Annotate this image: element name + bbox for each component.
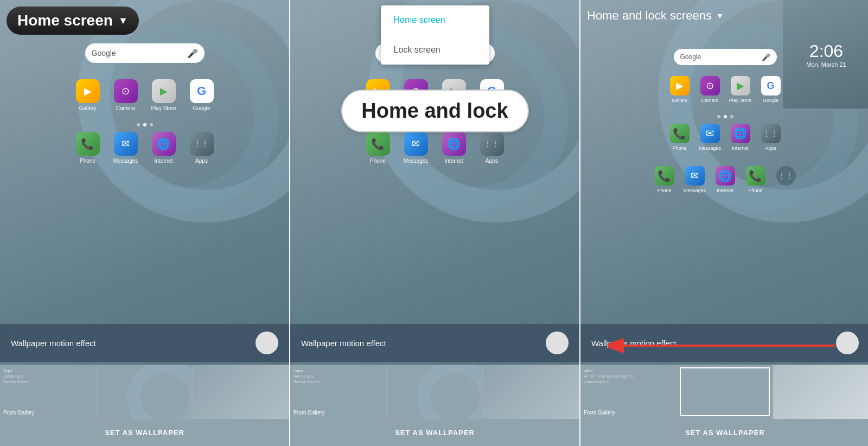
apps-icon-2[interactable]: Apps (478, 132, 506, 164)
phone-app-icon-3[interactable]: Phone (668, 124, 691, 151)
search-bar-3[interactable]: Google 🎤 (674, 49, 777, 65)
search-text-3: Google (680, 53, 701, 61)
dropdown-menu[interactable]: Home screen Lock screen (381, 5, 489, 65)
lock-time: 2:06 (809, 41, 843, 61)
panel3-title-btn[interactable]: Home and lock screens ▼ (587, 9, 724, 23)
gallery-strip-3: wMe Hi! I'm not at my desk right n... so… (580, 365, 868, 419)
app-row-6: Phone Messages Internet Apps (668, 124, 782, 151)
set-wallpaper-btn-1[interactable]: SET AS WALLPAPER (0, 419, 289, 446)
apps-icon-3[interactable]: Apps (760, 124, 782, 151)
dot-active-3 (724, 115, 727, 118)
playstore-icon-3[interactable]: Play Store (729, 76, 752, 103)
internet-dock-icon[interactable]: Internet (714, 166, 737, 193)
home-and-lock-label: Home and lock (341, 90, 528, 132)
panel3-title-text: Home and lock screens (587, 9, 712, 23)
gallery-thumb-2a[interactable]: Type Set the type Browse themes From Gal… (290, 365, 387, 419)
gallery-thumb-a[interactable]: Type Set the type Browse themes From Gal… (0, 365, 97, 419)
dot (137, 123, 140, 126)
app-row-4: Phone Messages Internet Apps (365, 132, 506, 164)
page-dots-1 (137, 123, 153, 126)
dot (730, 115, 733, 118)
set-wallpaper-btn-2[interactable]: SET AS WALLPAPER (290, 419, 579, 446)
dot (717, 115, 720, 118)
search-text-1: Google (92, 49, 116, 58)
phone-app-icon-2[interactable]: Phone (365, 132, 392, 164)
wm-label-1: Wallpaper motion effect (11, 339, 96, 348)
gallery-thumb-3a[interactable]: wMe Hi! I'm not at my desk right n... so… (580, 365, 677, 419)
gallery-thumb-3b[interactable] (677, 365, 774, 419)
panel-2: Home screen Lock screen Home and lock Go… (290, 0, 579, 446)
from-gallery-1: From Gallery (3, 410, 35, 416)
red-arrow-container (608, 335, 859, 356)
apps-dock-icon[interactable]: 📞 Phone (744, 166, 767, 193)
dropdown-lock-screen[interactable]: Lock screen (381, 35, 489, 65)
white-selection-rect (680, 367, 770, 416)
internet-icon[interactable]: Internet (150, 132, 177, 164)
panel-1: Home screen ▼ Google 🎤 Gallery (0, 0, 289, 446)
gallery-icon-3[interactable]: Gallery (668, 76, 691, 103)
internet-icon-2[interactable]: Internet (441, 132, 468, 164)
dot (150, 123, 153, 126)
wm-row-1: Wallpaper motion effect (0, 324, 289, 362)
panel3-title-arrow: ▼ (716, 11, 724, 20)
gallery-thumb-b[interactable] (97, 365, 193, 419)
set-wallpaper-btn-3[interactable]: SET AS WALLPAPER (580, 419, 868, 446)
from-gallery-3: From Gallery (584, 410, 615, 416)
gallery-icon[interactable]: Gallery (74, 79, 101, 111)
page-dots-3 (717, 115, 733, 118)
google-icon-3[interactable]: G Google (760, 76, 782, 103)
camera-icon-3[interactable]: Camera (699, 76, 722, 103)
gallery-thumb-2b[interactable] (387, 365, 483, 419)
search-bar-1[interactable]: Google 🎤 (85, 43, 205, 63)
wm-toggle-2[interactable] (546, 332, 569, 354)
from-gallery-2: From Gallery (293, 410, 325, 416)
home-screen-dropdown-btn[interactable]: Home screen ▼ (7, 7, 139, 35)
messages-icon-2[interactable]: Messages (403, 132, 430, 164)
app-row-5: Gallery Camera Play Store G Google (668, 76, 782, 103)
messages-icon-3[interactable]: Messages (699, 124, 722, 151)
gallery-strip-2: Type Set the type Browse themes From Gal… (290, 365, 579, 419)
google-icon[interactable]: G Google (188, 79, 215, 111)
mic-icon-3: 🎤 (762, 53, 770, 61)
internet-icon-3[interactable]: Internet (729, 124, 752, 151)
dock-row: Phone Messages Internet 📞 Phone (653, 166, 797, 193)
panel1-title: Home screen (17, 12, 113, 29)
wm-toggle-1[interactable] (256, 332, 278, 354)
mic-icon-1: 🎤 (187, 48, 198, 59)
red-arrow-svg (608, 335, 835, 356)
playstore-icon[interactable]: Play Store (150, 79, 177, 111)
gallery-strip-1: Type Set the type Browse themes From Gal… (0, 365, 289, 419)
panel1-screen: Google 🎤 Gallery Camera Play St (0, 0, 289, 446)
camera-icon[interactable]: Camera (112, 79, 139, 111)
wm-label-2: Wallpaper motion effect (301, 339, 386, 348)
settings-dock-icon[interactable] (775, 166, 797, 193)
messages-icon[interactable]: Messages (112, 132, 139, 164)
lock-screen-overlay: 2:06 Mon, March 21 (783, 0, 868, 109)
phone-dock-icon[interactable]: Phone (653, 166, 676, 193)
app-row-2: Phone Messages Internet Apps (74, 132, 215, 164)
dropdown-home-screen[interactable]: Home screen (381, 5, 489, 35)
gallery-thumb-3c[interactable] (773, 365, 868, 419)
gallery-thumb-c[interactable] (193, 365, 289, 419)
gallery-thumb-2c[interactable] (483, 365, 579, 419)
app-row-1: Gallery Camera Play Store G Google (74, 79, 215, 111)
phone-app-icon[interactable]: Phone (74, 132, 101, 164)
wm-row-2: Wallpaper motion effect (290, 324, 579, 362)
dot-active (143, 123, 146, 126)
messages-dock-icon[interactable]: Messages (684, 166, 706, 193)
dropdown-arrow-icon: ▼ (118, 15, 128, 27)
panel2-screen: Google 🎤 Gallery Camera Play St (290, 0, 579, 446)
lock-date: Mon, March 21 (806, 61, 846, 68)
panel-3: Home and lock screens ▼ 2:06 Mon, March … (580, 0, 868, 446)
apps-icon[interactable]: Apps (188, 132, 215, 164)
